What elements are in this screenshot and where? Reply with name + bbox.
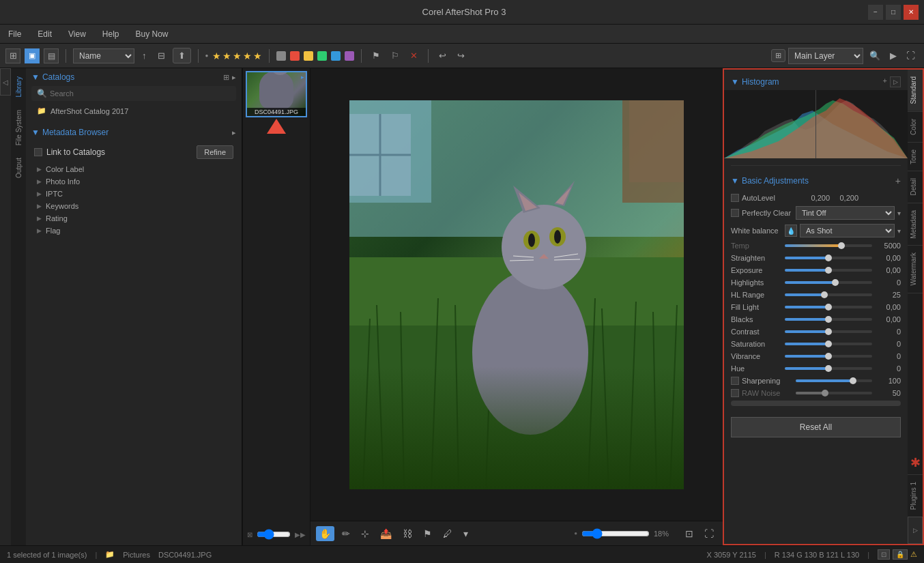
right-panel-collapse-btn[interactable]: ▷ <box>908 517 923 544</box>
perfectly-clear-checkbox[interactable] <box>731 209 739 217</box>
fit-view-btn[interactable]: ⊡ <box>682 526 697 541</box>
meta-photo-info[interactable]: ▶ Photo Info <box>26 175 242 188</box>
tab-watermark[interactable]: Watermark <box>908 246 923 293</box>
color-yellow[interactable] <box>304 51 313 61</box>
tab-tone[interactable]: Tone <box>908 143 923 171</box>
meta-keywords[interactable]: ▶ Keywords <box>26 200 242 212</box>
undo-btn[interactable]: ↩ <box>435 48 450 63</box>
hand-tool-btn[interactable]: ✋ <box>316 526 334 541</box>
zoom-slider[interactable] <box>581 528 650 539</box>
color-blue[interactable] <box>331 51 341 61</box>
star-2[interactable]: ★ <box>222 50 231 61</box>
hlrange-slider[interactable] <box>785 293 872 296</box>
temp-slider[interactable] <box>785 244 872 247</box>
compare-view-btn[interactable]: ▤ <box>44 48 59 63</box>
wb-eyedropper-btn[interactable]: 💧 <box>785 225 797 237</box>
catalog-item-afshot[interactable]: 📁 AfterShot Catalog 2017 <box>26 104 242 118</box>
library-tab[interactable]: Library <box>13 71 25 103</box>
reject-btn[interactable]: ✕ <box>407 48 421 63</box>
exposure-slider-thumb[interactable] <box>825 267 832 274</box>
perfectly-clear-dropdown[interactable]: Tint Off <box>796 206 895 220</box>
brush-tool-btn[interactable]: ✏ <box>338 526 353 541</box>
meta-rating[interactable]: ▶ Rating <box>26 212 242 225</box>
get-more-icon[interactable]: ✱ <box>908 451 923 474</box>
contrast-slider-thumb[interactable] <box>825 328 832 335</box>
image-area[interactable] <box>311 68 723 521</box>
close-button[interactable]: ✕ <box>904 5 919 20</box>
star-5[interactable]: ★ <box>253 50 262 61</box>
metadata-menu-icon[interactable]: ▸ <box>232 128 236 137</box>
grid-view-btn[interactable]: ⊞ <box>5 48 20 63</box>
upload-btn[interactable]: ⬆ <box>173 48 191 63</box>
vibrance-slider-thumb[interactable] <box>825 353 832 360</box>
star-4[interactable]: ★ <box>243 50 252 61</box>
tool-dropdown-btn[interactable]: ▾ <box>460 526 472 541</box>
tab-plugins[interactable]: Plugins 1 <box>908 475 923 517</box>
vibrance-slider[interactable] <box>785 355 872 358</box>
fill-light-slider-thumb[interactable] <box>825 304 832 311</box>
perfectly-clear-arrow-icon[interactable]: ▾ <box>897 210 901 217</box>
left-panel-collapse-btn[interactable]: ◁ <box>0 68 11 96</box>
straighten-slider[interactable] <box>785 257 872 259</box>
flag-btn[interactable]: ⚑ <box>369 48 384 63</box>
fill-light-slider[interactable] <box>785 306 872 308</box>
saturation-slider-thumb[interactable] <box>825 341 832 347</box>
adj-add-icon[interactable]: + <box>895 175 901 186</box>
tab-standard[interactable]: Standard <box>908 70 923 111</box>
sharpening-checkbox[interactable] <box>731 377 739 385</box>
status-icon-2[interactable]: 🔒 <box>893 549 908 560</box>
hue-slider-thumb[interactable] <box>825 365 832 372</box>
catalogs-add-icon[interactable]: ⊞ <box>223 73 229 82</box>
star-rating[interactable]: ★ ★ ★ ★ ★ <box>212 50 262 61</box>
raw-noise-checkbox[interactable] <box>731 389 739 397</box>
menu-help[interactable]: Help <box>100 28 122 40</box>
catalogs-menu-icon[interactable]: ▸ <box>232 73 236 82</box>
menu-buynow[interactable]: Buy Now <box>133 28 171 40</box>
link-checkbox-input[interactable] <box>34 148 42 156</box>
menu-file[interactable]: File <box>5 28 24 40</box>
blacks-slider[interactable] <box>785 318 872 321</box>
minimize-button[interactable]: − <box>868 5 883 20</box>
catalogs-search-bar[interactable]: 🔍 <box>31 86 236 101</box>
highlights-slider-thumb[interactable] <box>832 279 839 286</box>
adj-scrollbar[interactable] <box>731 401 901 406</box>
tab-detail[interactable]: Detail <box>908 171 923 203</box>
redo-btn[interactable]: ↪ <box>454 48 468 63</box>
sharpening-slider-thumb[interactable] <box>850 377 856 384</box>
hlrange-slider-thumb[interactable] <box>821 291 828 298</box>
path-tool-btn[interactable]: ⛓ <box>399 526 416 541</box>
filesystem-tab[interactable]: File System <box>13 104 25 151</box>
menu-edit[interactable]: Edit <box>35 28 55 40</box>
straighten-slider-thumb[interactable] <box>825 255 832 261</box>
maximize-button[interactable]: □ <box>886 5 901 20</box>
metadata-browser-header[interactable]: ▼ Metadata Browser ▸ <box>26 124 242 141</box>
raw-noise-slider-thumb[interactable] <box>822 390 828 396</box>
filter-btn[interactable]: ⊟ <box>154 48 169 63</box>
pen-tool-btn[interactable]: 🖊 <box>439 526 456 541</box>
single-view-btn[interactable]: ▣ <box>25 48 40 63</box>
search-input[interactable] <box>50 89 231 98</box>
filmstrip-scroll-left[interactable]: ⊠ <box>246 529 254 540</box>
output-tab[interactable]: Output <box>13 152 25 184</box>
copy-layers-btn[interactable]: ⊞ <box>771 49 785 62</box>
blacks-slider-thumb[interactable] <box>825 316 832 323</box>
export-btn[interactable]: ▶ <box>886 48 900 63</box>
histogram-collapse-btn[interactable]: ▷ <box>890 76 901 87</box>
meta-flag[interactable]: ▶ Flag <box>26 225 242 237</box>
saturation-slider[interactable] <box>785 343 872 345</box>
highlights-slider[interactable] <box>785 281 872 284</box>
refine-button[interactable]: Refine <box>197 145 233 159</box>
crop-tool-btn[interactable]: ⊹ <box>358 526 373 541</box>
raw-noise-slider[interactable] <box>796 392 872 394</box>
layer-dropdown[interactable]: Main Layer <box>788 48 863 64</box>
tab-color[interactable]: Color <box>908 112 923 142</box>
film-thumb-1[interactable]: DSC04491.JPG ▸ <box>246 71 307 117</box>
filmstrip-scroll-right[interactable]: ▶▶ <box>293 529 307 540</box>
reset-all-button[interactable]: Reset All <box>731 417 901 437</box>
color-green[interactable] <box>317 51 327 61</box>
histogram-menu-icon[interactable]: + <box>883 76 887 87</box>
flag-tool-btn[interactable]: ⚑ <box>420 526 435 541</box>
autolevel-checkbox[interactable] <box>731 194 739 202</box>
star-1[interactable]: ★ <box>212 50 221 61</box>
link-checkbox[interactable]: Link to Catalogs <box>34 147 105 157</box>
